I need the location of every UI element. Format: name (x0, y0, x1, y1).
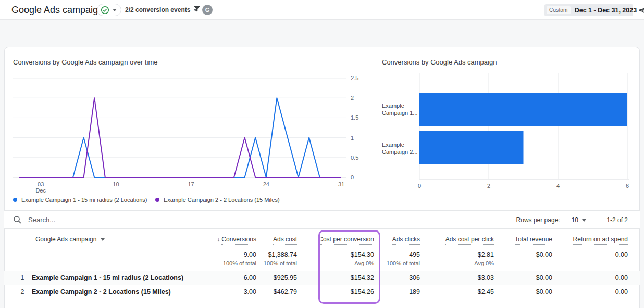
filter-funnel-icon (192, 4, 202, 14)
column-header-label: Ads clicks (392, 236, 420, 245)
legend-dot-blue (13, 198, 17, 202)
sort-descending-icon: ↓ (217, 236, 220, 243)
date-range-picker[interactable]: Custom Dec 1 - Dec 31, 2023 (544, 4, 633, 16)
campaign-name-cell[interactable]: Example Campaign 2 - 2 Locations (15 Mil… (32, 288, 201, 296)
search-icon (13, 215, 22, 224)
table-totals-row: 9.00100% of total $1,388.74100% of total… (4, 248, 640, 271)
column-header-label: Return on ad spend (573, 236, 628, 245)
column-header-ads-cost[interactable]: Ads cost (256, 236, 297, 243)
totals-total-revenue: $0.00 (494, 251, 552, 260)
chevron-down-icon (101, 238, 105, 241)
x-axis-tick-sublabel: Dec (35, 187, 46, 194)
line-chart-canvas: 00.511.522.503Dec10172431 (13, 73, 360, 198)
y-axis-tick-label: 1.5 (351, 114, 358, 121)
bar-chart-title: Conversions by Google Ads campaign (382, 58, 497, 66)
x-axis-tick-label: 31 (338, 181, 344, 187)
google-account-badge[interactable]: G (202, 5, 213, 15)
ads-clicks-cell: 189 (374, 288, 420, 296)
ads-cost-per-click-cell: $3.03 (420, 274, 494, 281)
check-circle-icon (101, 6, 109, 15)
campaigns-table: Google Ads campaign ↓Conversions Ads cos… (4, 230, 640, 299)
table-header-row: Google Ads campaign ↓Conversions Ads cos… (4, 230, 640, 248)
column-header-campaign[interactable]: Google Ads campaign (35, 236, 201, 243)
totals-cost-per-conversion: $154.30Avg 0% (297, 251, 374, 266)
totals-conversions: 9.00100% of total (201, 251, 256, 266)
share-icon (638, 5, 644, 16)
y-axis-tick-label: 0.5 (351, 155, 358, 161)
row-index: 2 (13, 288, 32, 296)
bar-campaign-1 (419, 93, 627, 126)
pagination-controls: Rows per page: 10 1-2 of 2 (516, 211, 628, 229)
date-range-mode-chip: Custom (547, 6, 571, 14)
legend-label: Example Campaign 2 - 2 Locations (15 Mil… (164, 197, 280, 203)
page-title: Google Ads campaigns (11, 5, 108, 16)
column-header-ads-cost-per-click[interactable]: Ads cost per click (420, 236, 494, 243)
cost-per-conversion-cell: $154.32 (297, 274, 374, 281)
column-header-conversions[interactable]: ↓Conversions (201, 236, 256, 243)
return-on-ad-spend-cell: 0.00 (552, 288, 628, 296)
x-axis-tick-label: 0 (418, 183, 421, 189)
rows-per-page-label: Rows per page: (516, 216, 560, 224)
ads-cost-cell: $462.79 (256, 288, 297, 296)
totals-ads-cost-per-click: $2.81Avg 0% (420, 251, 494, 266)
column-header-label: Ads cost (273, 236, 297, 245)
table-search-row: Rows per page: 10 1-2 of 2 (4, 210, 640, 229)
x-axis-tick-label: 24 (263, 181, 269, 187)
conversions-cell: 6.00 (201, 274, 256, 281)
google-analytics-report-page: { "header": { "title": "Google Ads campa… (0, 0, 644, 308)
line-chart-title: Conversions by Google Ads campaign over … (13, 58, 157, 66)
table-row[interactable]: 2 Example Campaign 2 - 2 Locations (15 M… (4, 285, 640, 299)
share-button[interactable] (638, 5, 644, 16)
legend-item-campaign-1[interactable]: Example Campaign 1 - 15 mi radius (2 Loc… (13, 197, 147, 203)
column-header-total-revenue[interactable]: Total revenue (494, 236, 552, 243)
x-axis-tick-label: 03 (38, 181, 44, 187)
column-header-label: Cost per conversion (318, 236, 374, 245)
filter-button[interactable] (192, 4, 203, 16)
y-axis-tick-label: 2 (351, 95, 354, 101)
total-revenue-cell: $0.00 (494, 288, 552, 296)
x-axis-tick-label: 6 (626, 183, 629, 189)
row-index: 1 (13, 274, 32, 281)
totals-ads-clicks: 495100% of total (374, 251, 420, 266)
column-header-label: Ads cost per click (445, 236, 494, 245)
legend-item-campaign-2[interactable]: Example Campaign 2 - 2 Locations (15 Mil… (155, 197, 280, 203)
cost-per-conversion-cell: $154.26 (297, 288, 374, 296)
pagination-range-label: 1-2 of 2 (602, 216, 628, 224)
date-range-label: Dec 1 - Dec 31, 2023 (575, 7, 637, 14)
ads-clicks-cell: 306 (374, 274, 420, 281)
x-axis-tick-label: 2 (487, 183, 490, 189)
rows-per-page-select[interactable]: 10 (572, 216, 586, 224)
bar-campaign-2 (419, 131, 524, 164)
report-status-dropdown[interactable] (97, 4, 121, 16)
table-row[interactable]: 1 Example Campaign 1 - 15 mi radius (2 L… (4, 271, 640, 285)
google-badge-letter: G (205, 7, 210, 13)
ads-cost-per-click-cell: $2.45 (420, 288, 494, 296)
legend-label: Example Campaign 1 - 15 mi radius (2 Loc… (21, 197, 147, 203)
chevron-down-icon (582, 219, 586, 222)
x-axis-tick-label: 4 (556, 183, 560, 189)
totals-return-on-ad-spend: 0.00 (552, 251, 628, 260)
rows-per-page-value: 10 (572, 216, 578, 224)
conversions-cell: 3.00 (201, 288, 256, 296)
return-on-ad-spend-cell: 0.00 (552, 274, 628, 281)
x-axis-tick-label: 10 (113, 181, 119, 187)
column-header-label: Conversions (221, 236, 256, 245)
legend-dot-purple (155, 198, 159, 202)
column-header-label: Google Ads campaign (35, 236, 96, 243)
y-axis-tick-label: 0 (351, 174, 354, 181)
column-header-cost-per-conversion[interactable]: Cost per conversion (297, 236, 374, 243)
totals-ads-cost: $1,388.74100% of total (256, 251, 297, 266)
y-axis-tick-label: 1 (351, 135, 354, 141)
search-input[interactable] (28, 216, 184, 224)
column-header-ads-clicks[interactable]: Ads clicks (374, 236, 420, 243)
column-separator (201, 230, 201, 300)
column-header-return-on-ad-spend[interactable]: Return on ad spend (552, 236, 628, 243)
bar-chart-canvas: 0246 (382, 73, 638, 191)
x-axis-tick-label: 17 (188, 181, 194, 187)
total-revenue-cell: $0.00 (494, 274, 552, 281)
y-axis-tick-label: 2.5 (351, 75, 358, 81)
app-header: Google Ads campaigns 2/2 conversion even… (0, 0, 644, 20)
campaign-name-cell[interactable]: Example Campaign 1 - 15 mi radius (2 Loc… (32, 274, 201, 281)
conversion-events-label: 2/2 conversion events (125, 6, 190, 14)
conversion-events-dropdown[interactable]: 2/2 conversion events (125, 6, 197, 14)
